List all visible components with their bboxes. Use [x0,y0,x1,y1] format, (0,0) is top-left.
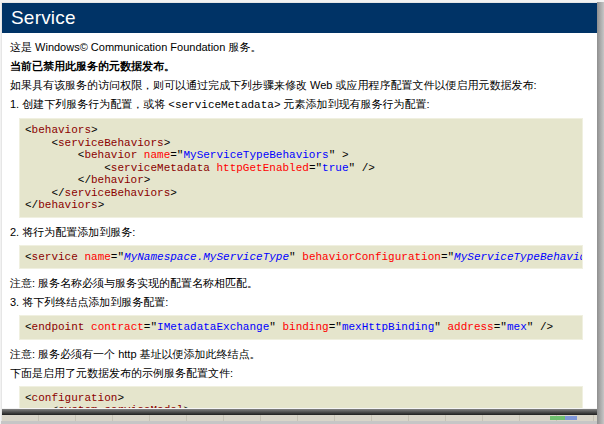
code-line: <serviceBehaviors> [25,137,577,150]
window-shadow-right [597,2,604,424]
metadata-disabled-notice: 当前已禁用此服务的元数据发布。 [10,60,585,73]
code-line: </serviceBehaviors> [25,187,577,200]
code-line: <behaviors> [25,124,577,137]
code-line: <serviceMetadata httpGetEnabled="true" /… [25,162,577,175]
code-line: </behavior> [25,174,577,187]
step-3-label: 3. 将下列终结点添加到服务配置: [10,296,585,309]
sample-config-intro: 下面是启用了元数据发布的示例服务配置文件: [10,367,585,380]
page-content: 这是 Windows© Communication Foundation 服务。… [2,33,597,422]
intro-paragraph: 这是 Windows© Communication Foundation 服务。 [10,41,585,54]
step-2-label: 2. 将行为配置添加到服务: [10,226,585,239]
note-service-name: 注意: 服务名称必须与服务实现的配置名称相匹配。 [10,277,585,290]
code-line: <endpoint contract="IMetadataExchange" b… [25,321,577,334]
code-line: </behaviors> [25,199,577,212]
step-1-text-after: 元素添加到现有服务行为配置: [281,98,430,110]
indicator-blue-segment [565,416,577,420]
step-1-text-before: 1. 创建下列服务行为配置，或将 [10,98,168,110]
instructions-paragraph: 如果具有该服务的访问权限，则可以通过完成下列步骤来修改 Web 或应用程序配置文… [10,79,585,92]
code-block-endpoint: <endpoint contract="IMetadataExchange" b… [19,315,583,340]
indicator-green-segment [550,416,565,420]
scrollbar-indicator[interactable] [550,416,577,420]
code-block-behaviors: <behaviors> <serviceBehaviors> <behavior… [19,118,583,218]
code-block-service: <service name="MyNamespace.MyServiceType… [19,245,583,270]
browser-page: Service 这是 Windows© Communication Founda… [1,2,597,422]
page-header: Service [2,3,597,33]
code-line: <behavior name="MyServiceTypeBehaviors" … [25,149,577,162]
page-title: Service [11,7,76,28]
step-1-label: 1. 创建下列服务行为配置，或将 <serviceMetadata> 元素添加到… [10,98,585,112]
code-line: <configuration> [25,392,577,405]
note-http-base: 注意: 服务必须有一个 http 基址以便添加此终结点。 [10,348,585,361]
code-line: <service name="MyNamespace.MyServiceType… [25,251,577,264]
window-bottom-edge [2,408,597,415]
inline-code-servicemetadata: <serviceMetadata> [168,99,280,111]
